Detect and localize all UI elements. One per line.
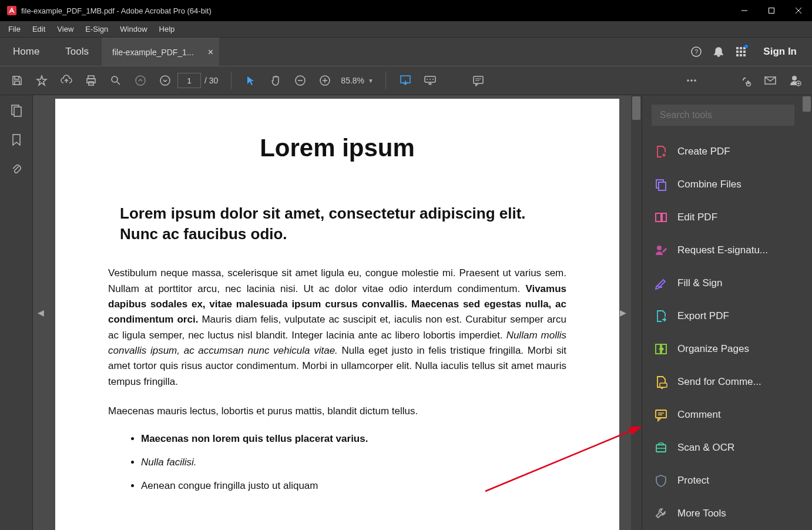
share-people-icon[interactable] bbox=[783, 69, 807, 92]
star-icon[interactable] bbox=[29, 69, 54, 92]
tab-document[interactable]: file-example_PDF_1... × bbox=[102, 38, 219, 66]
page-number-input[interactable] bbox=[177, 73, 201, 88]
menu-help[interactable]: Help bbox=[153, 22, 181, 36]
menu-esign[interactable]: E-Sign bbox=[79, 22, 114, 36]
document-viewport[interactable]: ◀ ▶ Lorem ipsum Lorem ipsum dolor sit am… bbox=[33, 95, 642, 530]
svg-point-30 bbox=[430, 79, 431, 80]
menu-window[interactable]: Window bbox=[114, 22, 153, 36]
selection-tool-icon[interactable] bbox=[239, 69, 263, 92]
tool-icon bbox=[654, 276, 668, 290]
apps-icon[interactable] bbox=[732, 42, 750, 61]
tab-home[interactable]: Home bbox=[0, 38, 52, 66]
toolbar-divider bbox=[385, 72, 386, 89]
svg-rect-59 bbox=[660, 383, 667, 387]
tool-label: Organize Pages bbox=[677, 343, 749, 355]
tool-label: Edit PDF bbox=[677, 212, 717, 223]
bell-icon[interactable] bbox=[709, 42, 728, 61]
more-tools-icon[interactable] bbox=[679, 69, 704, 92]
tool-label: More Tools bbox=[677, 508, 726, 519]
prev-page-caret-icon[interactable]: ◀ bbox=[35, 302, 46, 323]
tool-item-edit-pdf[interactable]: Edit PDF bbox=[652, 201, 807, 234]
email-icon[interactable] bbox=[758, 69, 783, 92]
doc-list-item: Aenean congue fringilla justo ut aliquam bbox=[141, 480, 566, 492]
tool-item-create-pdf[interactable]: Create PDF bbox=[652, 135, 807, 168]
page-up-icon[interactable] bbox=[128, 69, 153, 92]
tool-label: Create PDF bbox=[677, 146, 730, 157]
svg-rect-6 bbox=[736, 47, 739, 49]
zoom-out-icon[interactable] bbox=[288, 69, 313, 92]
zoom-in-icon[interactable] bbox=[313, 69, 337, 92]
sticky-note-icon[interactable] bbox=[466, 69, 491, 92]
page-down-icon[interactable] bbox=[153, 69, 177, 92]
tool-item-protect[interactable]: Protect bbox=[652, 464, 807, 497]
tool-label: Protect bbox=[677, 475, 709, 487]
svg-point-55 bbox=[657, 246, 662, 250]
tool-item-combine-files[interactable]: Combine Files bbox=[652, 168, 807, 201]
svg-point-20 bbox=[136, 76, 145, 85]
find-icon[interactable] bbox=[103, 69, 128, 92]
tool-item-send-for-comme[interactable]: Send for Comme... bbox=[652, 365, 807, 398]
tool-item-export-pdf[interactable]: Export PDF bbox=[652, 300, 807, 333]
svg-line-19 bbox=[117, 82, 120, 85]
help-icon[interactable]: ? bbox=[687, 42, 706, 61]
sign-in-button[interactable]: Sign In bbox=[754, 46, 806, 58]
zoom-dropdown-icon[interactable]: ▼ bbox=[368, 78, 374, 84]
tools-scrollbar[interactable] bbox=[801, 95, 812, 530]
menu-edit[interactable]: Edit bbox=[26, 22, 51, 36]
svg-rect-46 bbox=[14, 107, 21, 116]
read-mode-icon[interactable] bbox=[418, 69, 442, 92]
svg-rect-11 bbox=[743, 51, 746, 53]
close-button[interactable] bbox=[785, 0, 812, 21]
doc-subtitle: Lorem ipsum dolor sit amet, consectetur … bbox=[108, 203, 566, 244]
tool-icon bbox=[654, 243, 668, 257]
toolbar: / 30 85.8% ▼ bbox=[0, 66, 812, 95]
doc-paragraph-1: Vestibulum neque massa, scelerisque sit … bbox=[108, 266, 566, 390]
svg-point-29 bbox=[427, 79, 428, 80]
menu-file[interactable]: File bbox=[2, 22, 26, 36]
bookmarks-icon[interactable] bbox=[8, 132, 25, 148]
tool-item-more-tools[interactable]: More Tools bbox=[652, 497, 807, 530]
minimize-button[interactable] bbox=[731, 0, 758, 21]
cloud-upload-icon[interactable] bbox=[54, 69, 79, 92]
svg-rect-10 bbox=[740, 51, 742, 53]
save-icon[interactable] bbox=[5, 69, 29, 92]
tool-label: Fill & Sign bbox=[677, 277, 723, 289]
doc-list-item: Maecenas non lorem quis tellus placerat … bbox=[141, 433, 566, 445]
svg-point-35 bbox=[687, 79, 689, 82]
svg-rect-54 bbox=[662, 213, 666, 222]
share-link-icon[interactable] bbox=[733, 69, 758, 92]
notification-dot-icon bbox=[744, 45, 748, 48]
fit-width-icon[interactable] bbox=[393, 69, 418, 92]
tool-item-comment[interactable]: Comment bbox=[652, 398, 807, 431]
tab-close-icon[interactable]: × bbox=[208, 47, 213, 58]
svg-point-18 bbox=[112, 76, 118, 82]
tool-item-request-e-signatu[interactable]: Request E-signatu... bbox=[652, 234, 807, 267]
tool-icon bbox=[654, 506, 668, 521]
tool-label: Request E-signatu... bbox=[677, 244, 768, 256]
hand-tool-icon[interactable] bbox=[263, 69, 288, 92]
tools-panel: Create PDFCombine FilesEdit PDFRequest E… bbox=[642, 95, 812, 530]
acrobat-app-icon bbox=[7, 6, 16, 15]
search-tools-input[interactable] bbox=[660, 110, 786, 120]
maximize-button[interactable] bbox=[758, 0, 785, 21]
tab-tools[interactable]: Tools bbox=[52, 38, 102, 66]
tabbar: Home Tools file-example_PDF_1... × ? Sig… bbox=[0, 38, 812, 66]
document-scrollbar[interactable] bbox=[631, 95, 642, 530]
tool-item-organize-pages[interactable]: Organize Pages bbox=[652, 333, 807, 365]
next-page-caret-icon[interactable]: ▶ bbox=[618, 302, 629, 323]
tool-item-fill-sign[interactable]: Fill & Sign bbox=[652, 267, 807, 300]
svg-point-41 bbox=[792, 76, 797, 80]
tool-icon bbox=[654, 441, 668, 455]
svg-rect-53 bbox=[656, 213, 661, 222]
tool-label: Export PDF bbox=[677, 310, 729, 322]
thumbnails-icon[interactable] bbox=[8, 102, 25, 119]
tool-label: Scan & OCR bbox=[677, 442, 734, 454]
search-tools-box[interactable] bbox=[652, 105, 794, 126]
tool-item-scan-ocr[interactable]: Scan & OCR bbox=[652, 431, 807, 464]
left-navigation-rail bbox=[0, 95, 33, 530]
menu-view[interactable]: View bbox=[51, 22, 79, 36]
attachments-icon[interactable] bbox=[8, 161, 25, 177]
print-icon[interactable] bbox=[79, 69, 103, 92]
svg-rect-1 bbox=[769, 8, 774, 14]
svg-rect-60 bbox=[656, 410, 666, 418]
